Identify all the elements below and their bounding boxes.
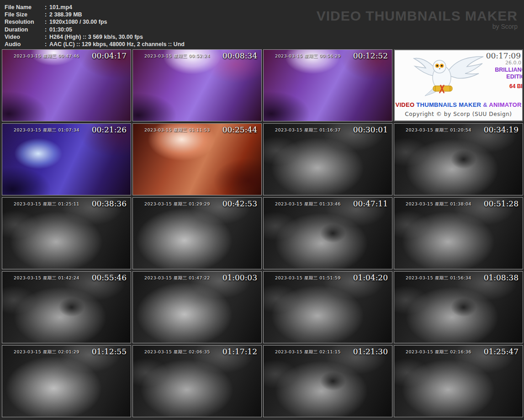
camera-osd-text: 2023-03-15 星期三 01:42:24 (14, 275, 79, 281)
video-thumbnail: 2023-03-15 星期三 00:52:24 00:08:34 (132, 49, 262, 121)
video-thumbnail: 2023-03-15 星期三 01:38:04 00:51:28 (394, 197, 523, 269)
camera-osd-text: 2023-03-15 星期三 01:47:22 (144, 275, 210, 281)
brand-title-part: VIDEO (395, 101, 416, 108)
camera-osd-text: 2023-03-15 星期三 00:56:29 (275, 53, 341, 59)
brand-copyright: Copyright © by Scorp (SUU Design) (395, 111, 522, 117)
metadata-value: 01:30:05 (49, 26, 72, 33)
thumbnail-timestamp: 01:12:55 (92, 347, 127, 356)
video-thumbnail: 2023-03-15 星期三 01:47:22 01:00:03 (132, 271, 262, 343)
metadata-label: Resolution (5, 18, 45, 26)
video-thumbnail: 2023-03-15 星期三 01:20:54 00:34:19 (394, 123, 523, 195)
metadata-label: File Name (5, 4, 45, 11)
camera-osd-text: 2023-03-15 星期三 01:11:53 (144, 127, 210, 133)
camera-osd-text: 2023-03-15 星期三 01:38:04 (406, 201, 471, 207)
metadata-separator: : (45, 33, 49, 41)
metadata-label: Audio (5, 41, 45, 48)
metadata-row: Resolution:1920x1080 / 30.00 fps (5, 18, 185, 26)
thumbnail-timestamp: 01:25:47 (484, 347, 519, 356)
metadata-value: 2 388.39 MB (49, 11, 82, 18)
thumbnail-timestamp: 00:25:44 (222, 125, 257, 134)
thumbnail-timestamp: 00:04:17 (92, 51, 127, 60)
metadata-label: File Size (5, 11, 45, 18)
video-thumbnail: 2023-03-15 星期三 02:16:36 01:25:47 (394, 345, 523, 417)
metadata-separator: : (45, 41, 49, 48)
video-thumbnail: 2023-03-15 星期三 00:56:29 00:12:52 (263, 49, 392, 121)
metadata-separator: : (45, 26, 49, 33)
file-metadata-panel: File Name:101.mp4 File Size:2 388.39 MB … (5, 4, 185, 48)
metadata-row: Duration:01:30:05 (5, 26, 185, 33)
metadata-value: 101.mp4 (49, 4, 72, 11)
camera-osd-text: 2023-03-15 星期三 01:56:34 (406, 275, 471, 281)
thumbnail-timestamp: 00:38:36 (92, 199, 127, 208)
metadata-value: 1920x1080 / 30.00 fps (49, 18, 107, 26)
metadata-row: File Name:101.mp4 (5, 4, 185, 11)
video-thumbnail: 2023-03-15 星期三 01:11:53 00:25:44 (132, 123, 262, 195)
video-thumbnail: 2023-03-15 星期三 01:29:29 00:42:53 (132, 197, 262, 269)
brand-title-part: ANIMATOR (489, 101, 521, 108)
thumbnail-timestamp: 00:17:09 (486, 51, 521, 60)
thumbnail-timestamp: 01:17:12 (222, 347, 257, 356)
video-thumbnail: 2023-03-15 星期三 01:33:46 00:47:11 (263, 197, 392, 269)
thumbnail-timestamp: 00:30:01 (353, 125, 388, 134)
camera-osd-text: 2023-03-15 星期三 01:07:34 (14, 127, 79, 133)
bits-label: 64 BIT (509, 83, 523, 89)
camera-osd-text: 2023-03-15 星期三 01:25:11 (14, 201, 79, 207)
thumbnail-timestamp: 01:08:38 (484, 273, 519, 282)
metadata-row: Video:H264 (High) :: 3 569 kb/s, 30.00 f… (5, 33, 185, 41)
video-thumbnail: 2023-03-15 星期三 01:16:37 00:30:01 (263, 123, 392, 195)
brand-title-part: THUMBNAILS MAKER (416, 101, 483, 108)
camera-osd-text: 2023-03-15 星期三 02:06:35 (144, 349, 210, 355)
camera-osd-text: 2023-03-15 星期三 01:29:29 (144, 201, 210, 207)
metadata-value: H264 (High) :: 3 569 kb/s, 30.00 fps (49, 33, 143, 41)
camera-osd-text: 2023-03-15 星期三 01:51:59 (275, 275, 341, 281)
camera-osd-text: 2023-03-15 星期三 01:20:54 (406, 127, 471, 133)
video-thumbnail: 2023-03-15 星期三 02:11:15 01:21:30 (263, 345, 392, 417)
video-thumbnail: 2023-03-15 星期三 01:51:59 01:04:20 (263, 271, 392, 343)
thumbnail-timestamp: 01:00:03 (222, 273, 257, 282)
camera-osd-text: 2023-03-15 星期三 02:01:29 (14, 349, 79, 355)
video-thumbnail: 2023-03-15 星期三 02:01:29 01:12:55 (2, 345, 131, 417)
camera-osd-text: 2023-03-15 星期三 00:52:24 (144, 53, 210, 59)
metadata-row: Audio:AAC (LC) :: 129 kbps, 48000 Hz, 2 … (5, 41, 185, 48)
video-thumbnail: 2023-03-15 星期三 01:56:34 01:08:38 (394, 271, 523, 343)
app-version: 26.0.0 (505, 60, 521, 66)
edition-label: BRILLIANCEEDITION (495, 67, 523, 80)
metadata-separator: : (45, 4, 49, 11)
thumbnail-timestamp: 00:55:46 (92, 273, 127, 282)
thumbnail-timestamp: 00:12:52 (353, 51, 388, 60)
brand-title-part: & (483, 101, 489, 108)
metadata-row: File Size:2 388.39 MB (5, 11, 185, 18)
branding-thumbnail: 00:17:09 26.0.0 BRILLIANCEEDITION 64 BIT… (394, 49, 523, 121)
thumbnail-timestamp: 00:51:28 (484, 199, 519, 208)
camera-osd-text: 2023-03-15 星期三 01:33:46 (275, 201, 341, 207)
video-thumbnail: 2023-03-15 星期三 00:47:46 00:04:17 (2, 49, 131, 121)
metadata-label: Video (5, 33, 45, 41)
brand-title: VIDEO THUMBNAILS MAKER & ANIMATOR (395, 101, 522, 108)
thumbnail-timestamp: 00:47:11 (353, 199, 388, 208)
app-logo-title: VIDEO THUMBNAILS MAKER (317, 9, 518, 23)
video-thumbnail: 2023-03-15 星期三 02:06:35 01:17:12 (132, 345, 262, 417)
thumbnail-timestamp: 00:42:53 (222, 199, 257, 208)
app-logo-subtitle: by Scorp (317, 23, 518, 30)
thumbnail-timestamp: 00:21:26 (92, 125, 127, 134)
thumbnail-timestamp: 01:04:20 (353, 273, 388, 282)
camera-osd-text: 2023-03-15 星期三 00:47:46 (14, 53, 79, 59)
video-thumbnail: 2023-03-15 星期三 01:25:11 00:38:36 (2, 197, 131, 269)
video-thumbnail: 2023-03-15 星期三 01:07:34 00:21:26 (2, 123, 131, 195)
thumbnail-grid: 2023-03-15 星期三 00:47:46 00:04:17 2023-03… (2, 49, 523, 417)
camera-osd-text: 2023-03-15 星期三 02:11:15 (275, 349, 341, 355)
video-thumbnail: 2023-03-15 星期三 01:42:24 00:55:46 (2, 271, 131, 343)
owl-logo-icon (410, 53, 488, 99)
metadata-value: AAC (LC) :: 129 kbps, 48000 Hz, 2 channe… (49, 41, 185, 48)
metadata-separator: : (45, 18, 49, 26)
thumbnail-timestamp: 00:08:34 (222, 51, 257, 60)
camera-osd-text: 2023-03-15 星期三 01:16:37 (275, 127, 341, 133)
app-logo: VIDEO THUMBNAILS MAKER by Scorp (317, 9, 518, 30)
thumbnail-timestamp: 01:21:30 (353, 347, 388, 356)
thumbnail-timestamp: 00:34:19 (484, 125, 519, 134)
metadata-separator: : (45, 11, 49, 18)
camera-osd-text: 2023-03-15 星期三 02:16:36 (406, 349, 471, 355)
metadata-label: Duration (5, 26, 45, 33)
